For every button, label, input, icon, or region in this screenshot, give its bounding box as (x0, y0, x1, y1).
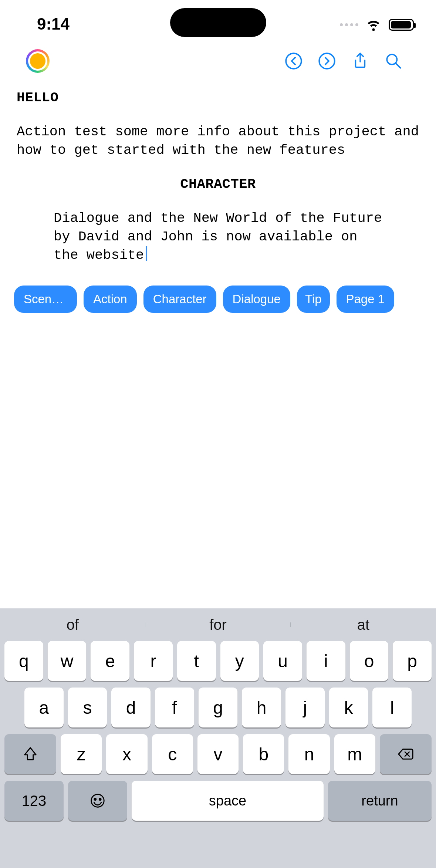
battery-icon (389, 19, 414, 31)
key-o[interactable]: o (350, 641, 389, 681)
keyboard-row-1: q w e r t y u i o p (0, 641, 436, 688)
svg-point-4 (94, 798, 96, 800)
keyboard-suggestions: of for at (0, 608, 436, 641)
key-shift[interactable] (4, 734, 56, 774)
key-g[interactable]: g (199, 688, 238, 727)
screenplay-editor[interactable]: HELLO Action test some more info about t… (0, 85, 436, 276)
backspace-icon (397, 746, 414, 763)
key-q[interactable]: q (4, 641, 43, 681)
format-chip-bar: Scene H... Action Character Dialogue Tip… (0, 276, 436, 322)
status-time: 9:14 (37, 15, 70, 33)
text-cursor (146, 246, 147, 261)
action-text[interactable]: Action test some more info about this pr… (17, 123, 419, 160)
key-b[interactable]: b (243, 734, 284, 774)
key-p[interactable]: p (393, 641, 432, 681)
shift-arrow-icon (22, 746, 39, 763)
redo-button[interactable] (310, 50, 344, 72)
status-bar: 9:14 (0, 0, 436, 41)
key-w[interactable]: w (48, 641, 87, 681)
key-y[interactable]: y (220, 641, 259, 681)
key-t[interactable]: t (177, 641, 216, 681)
dialogue-text[interactable]: Dialogue and the New World of the Future… (54, 209, 382, 265)
key-d[interactable]: d (111, 688, 151, 727)
key-r[interactable]: r (134, 641, 173, 681)
key-a[interactable]: a (24, 688, 64, 727)
key-h[interactable]: h (242, 688, 281, 727)
key-i[interactable]: i (307, 641, 345, 681)
key-j[interactable]: j (285, 688, 325, 727)
chip-tip[interactable]: Tip (297, 286, 330, 313)
share-button[interactable] (344, 50, 377, 72)
key-e[interactable]: e (91, 641, 129, 681)
key-c[interactable]: c (152, 734, 193, 774)
undo-button[interactable] (277, 50, 310, 72)
chip-dialogue[interactable]: Dialogue (223, 286, 290, 313)
status-indicators (340, 16, 414, 33)
key-l[interactable]: l (372, 688, 412, 727)
chip-action[interactable]: Action (84, 286, 137, 313)
scene-heading[interactable]: HELLO (17, 89, 419, 107)
character-name[interactable]: CHARACTER (17, 175, 419, 194)
keyboard-row-3: z x c v b n m (0, 734, 436, 781)
keyboard-row-2: a s d f g h j k l (0, 688, 436, 734)
key-u[interactable]: u (263, 641, 302, 681)
key-backspace[interactable] (380, 734, 432, 774)
dialogue-content: Dialogue and the New World of the Future… (54, 210, 382, 263)
key-s[interactable]: s (68, 688, 107, 727)
suggestion-2[interactable]: for (145, 617, 291, 633)
app-logo-button[interactable] (26, 49, 50, 73)
chip-scene-heading[interactable]: Scene H... (14, 286, 77, 313)
key-z[interactable]: z (61, 734, 102, 774)
key-v[interactable]: v (197, 734, 239, 774)
suggestion-3[interactable]: at (291, 617, 436, 633)
notch (170, 8, 266, 37)
chip-page-indicator[interactable]: Page 1 (337, 286, 395, 313)
chip-character[interactable]: Character (143, 286, 216, 313)
key-m[interactable]: m (334, 734, 375, 774)
svg-point-1 (319, 53, 335, 69)
key-numbers[interactable]: 123 (4, 781, 64, 821)
key-k[interactable]: k (329, 688, 368, 727)
suggestion-1[interactable]: of (0, 617, 145, 633)
ios-keyboard: of for at q w e r t y u i o p a s d f g … (0, 608, 436, 868)
key-emoji[interactable] (68, 781, 127, 821)
key-return[interactable]: return (328, 781, 432, 821)
key-f[interactable]: f (155, 688, 194, 727)
key-n[interactable]: n (288, 734, 329, 774)
emoji-icon (89, 792, 106, 809)
wifi-icon (366, 16, 381, 33)
keyboard-row-4: 123 space return (0, 781, 436, 827)
key-space[interactable]: space (132, 781, 324, 821)
key-x[interactable]: x (106, 734, 147, 774)
signal-dots-icon (340, 23, 358, 26)
svg-point-5 (99, 798, 101, 800)
app-toolbar (0, 41, 436, 85)
search-button[interactable] (377, 50, 410, 72)
